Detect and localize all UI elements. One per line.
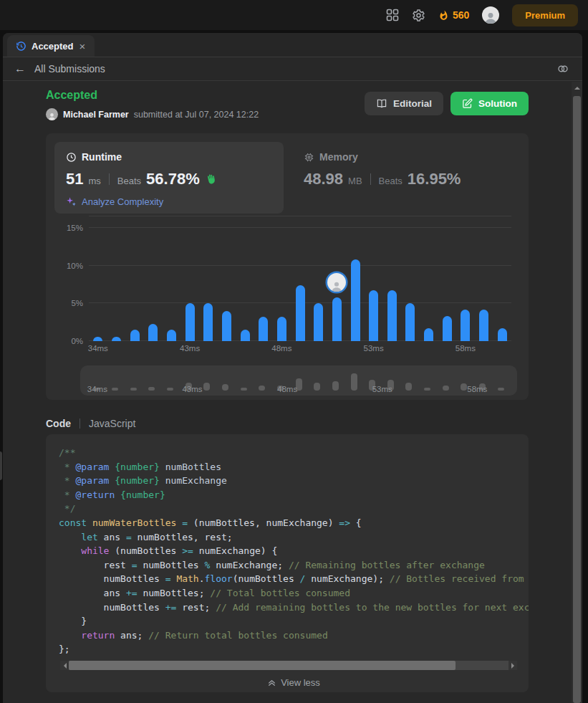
scroll-up-arrow[interactable] — [572, 82, 582, 95]
runtime-value: 51 — [66, 170, 83, 188]
runtime-bar[interactable] — [332, 297, 342, 341]
runtime-memory-card: Runtime 51 ms Beats 56.78% — [46, 133, 529, 400]
runtime-bar[interactable] — [314, 303, 323, 341]
back-arrow-icon[interactable]: ← — [14, 62, 26, 75]
author-name: Michael Farmer — [63, 110, 129, 120]
h-scrollbar-thumb[interactable] — [69, 661, 456, 670]
mini-bar — [314, 383, 320, 391]
user-avatar[interactable] — [482, 6, 499, 24]
apps-grid-icon[interactable] — [386, 9, 399, 21]
chart-x-axis: 34ms43ms48ms53ms58ms — [89, 344, 511, 357]
copy-link-icon[interactable] — [556, 62, 569, 75]
analyze-complexity-link[interactable]: Analyze Complexity — [66, 196, 272, 207]
code-line: return ans; // Return total bottles cons… — [59, 628, 529, 643]
editorial-button[interactable]: Editorial — [365, 92, 443, 115]
runtime-bar[interactable] — [222, 311, 231, 341]
runtime-bar[interactable] — [405, 303, 415, 341]
submission-content: Accepted Michael Farmer submitted at Jul… — [3, 82, 572, 703]
y-axis-tick: 10% — [67, 262, 83, 270]
book-icon — [376, 98, 387, 109]
mini-bar — [351, 373, 357, 391]
solution-button[interactable]: Solution — [450, 92, 529, 115]
code-line: }; — [59, 642, 529, 656]
panel-resize-handle[interactable] — [0, 451, 2, 480]
mini-bar — [259, 386, 265, 391]
scroll-right-arrow[interactable] — [509, 661, 517, 670]
mini-bar — [112, 388, 118, 391]
runtime-bar[interactable] — [241, 330, 250, 341]
memory-stat-tile[interactable]: Memory 48.98 MB Beats 16.95% — [284, 142, 520, 214]
runtime-bar[interactable] — [148, 324, 158, 341]
chart-bars[interactable] — [89, 216, 511, 341]
code-section-header: Code JavaScript — [46, 417, 529, 430]
runtime-label: Runtime — [82, 151, 122, 163]
clock-icon — [66, 152, 77, 163]
runtime-bar[interactable] — [130, 330, 140, 341]
runtime-stat-tile[interactable]: Runtime 51 ms Beats 56.78% — [54, 142, 284, 214]
result-header: Accepted Michael Farmer submitted at Jul… — [46, 89, 529, 129]
chevron-up-icon — [267, 678, 276, 687]
runtime-bar[interactable] — [167, 330, 176, 341]
runtime-bar[interactable] — [203, 303, 213, 341]
x-axis-tick: 48ms — [271, 344, 291, 353]
runtime-bar[interactable] — [185, 303, 195, 341]
runtime-bar[interactable] — [498, 328, 507, 341]
mini-bar — [148, 387, 155, 391]
scroll-left-arrow[interactable] — [60, 661, 69, 670]
code-card: /** * @param {number} numBottles * @para… — [46, 434, 529, 692]
edit-pencil-icon — [462, 98, 473, 109]
analyze-complexity-label: Analyze Complexity — [82, 196, 163, 207]
submitted-timestamp: submitted at Jul 07, 2024 12:22 — [134, 110, 259, 120]
mini-bar — [424, 388, 430, 391]
code-horizontal-scrollbar[interactable] — [60, 661, 517, 670]
view-less-button[interactable]: View less — [59, 677, 529, 688]
code-line: * @return {number} — [59, 488, 529, 502]
premium-button[interactable]: Premium — [512, 4, 578, 27]
tab-accepted[interactable]: Accepted × — [7, 35, 95, 57]
code-line: * @param {number} numBottles — [59, 460, 529, 474]
y-axis-tick: 15% — [67, 224, 83, 232]
code-title: Code — [46, 418, 71, 429]
code-line: ans += numBottles; // Total bottles cons… — [59, 586, 529, 601]
code-line: rest = numBottles % numExchange; // Rema… — [59, 558, 529, 573]
mini-chart-bars — [87, 365, 510, 391]
author-avatar — [46, 108, 58, 120]
runtime-bar[interactable] — [424, 328, 433, 341]
all-submissions-link[interactable]: All Submissions — [34, 63, 105, 75]
view-less-label: View less — [281, 677, 320, 688]
runtime-bar[interactable] — [479, 310, 488, 341]
your-submission-marker[interactable] — [327, 273, 346, 292]
runtime-bar[interactable] — [93, 337, 102, 341]
memory-label: Memory — [319, 151, 358, 163]
memory-beats-label: Beats — [379, 176, 403, 186]
code-line: } — [59, 614, 529, 628]
runtime-bar[interactable] — [369, 290, 378, 341]
code-line: numBottles += rest; // Add remaining bot… — [59, 601, 529, 615]
runtime-bar[interactable] — [443, 316, 452, 341]
divider — [109, 173, 110, 185]
settings-gear-icon[interactable] — [412, 9, 425, 22]
page-vertical-scrollbar[interactable] — [572, 82, 582, 703]
runtime-bar[interactable] — [351, 259, 360, 341]
code-line: /** — [59, 446, 529, 460]
v-scrollbar-thumb[interactable] — [573, 96, 581, 703]
runtime-bar[interactable] — [387, 290, 397, 341]
memory-beats-value: 16.95% — [408, 170, 461, 188]
mini-x-axis-tick: 48ms — [277, 385, 297, 393]
chart-brush-minimap[interactable]: 34ms43ms48ms53ms58ms — [80, 365, 517, 396]
runtime-beats-label: Beats — [117, 176, 141, 186]
tab-close-icon[interactable]: × — [79, 41, 87, 52]
runtime-bar[interactable] — [296, 285, 305, 341]
streak-count: 560 — [453, 9, 469, 21]
mini-bar — [203, 383, 210, 391]
runtime-bar[interactable] — [461, 310, 470, 341]
runtime-bar[interactable] — [112, 337, 121, 341]
runtime-distribution-chart[interactable]: 0%5%10%15% — [89, 216, 511, 341]
streak-counter[interactable]: 560 — [438, 9, 469, 21]
divider — [79, 419, 80, 429]
memory-value: 48.98 — [304, 170, 343, 188]
runtime-bar[interactable] — [259, 317, 268, 341]
runtime-bar[interactable] — [277, 317, 286, 341]
high-five-hand-icon — [203, 173, 217, 186]
code-line: * @param {number} numExchange — [59, 474, 529, 488]
